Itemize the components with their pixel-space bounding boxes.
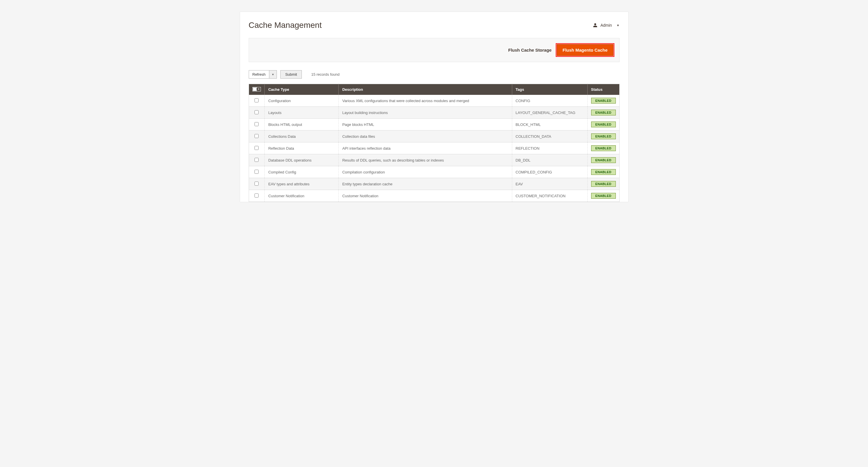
- cell-cache-type: Compiled Config: [265, 166, 339, 178]
- row-checkbox[interactable]: [254, 170, 258, 174]
- table-row[interactable]: LayoutsLayout building instructionsLAYOU…: [249, 107, 619, 119]
- cell-description: Compilation configuration: [339, 166, 512, 178]
- cell-tags: DB_DDL: [512, 154, 587, 166]
- cell-description: Collection data files: [339, 131, 512, 142]
- cache-table: ▼ Cache Type Description Tags Status Con…: [249, 84, 620, 202]
- cell-status: ENABLED: [587, 107, 619, 119]
- status-badge: ENABLED: [591, 133, 616, 139]
- cell-description: API interfaces reflection data: [339, 142, 512, 154]
- cell-tags: BLOCK_HTML: [512, 119, 587, 131]
- row-checkbox-cell[interactable]: [249, 178, 265, 190]
- cell-description: Customer Notification: [339, 190, 512, 202]
- cell-status: ENABLED: [587, 142, 619, 154]
- cell-status: ENABLED: [587, 95, 619, 107]
- status-badge: ENABLED: [591, 122, 616, 127]
- admin-user-menu[interactable]: Admin ▼: [593, 23, 620, 28]
- status-badge: ENABLED: [591, 157, 616, 163]
- status-badge: ENABLED: [591, 169, 616, 175]
- table-row[interactable]: EAV types and attributesEntity types dec…: [249, 178, 619, 190]
- flush-cache-storage-button[interactable]: Flush Cache Storage: [508, 47, 551, 53]
- cell-status: ENABLED: [587, 178, 619, 190]
- cell-description: Page blocks HTML: [339, 119, 512, 131]
- cell-cache-type: Collections Data: [265, 131, 339, 142]
- mass-action-value[interactable]: Refresh: [249, 70, 270, 78]
- cell-tags: EAV: [512, 178, 587, 190]
- row-checkbox[interactable]: [254, 146, 258, 150]
- user-icon: [593, 23, 597, 28]
- cell-tags: COMPILED_CONFIG: [512, 166, 587, 178]
- action-bar: Flush Cache Storage Flush Magento Cache: [249, 38, 620, 62]
- cell-description: Results of DDL queries, such as describi…: [339, 154, 512, 166]
- row-checkbox-cell[interactable]: [249, 131, 265, 142]
- cell-tags: COLLECTION_DATA: [512, 131, 587, 142]
- row-checkbox-cell[interactable]: [249, 107, 265, 119]
- records-count: 15 records found: [311, 72, 340, 76]
- row-checkbox[interactable]: [254, 122, 258, 126]
- status-badge: ENABLED: [591, 110, 616, 115]
- table-row[interactable]: Compiled ConfigCompilation configuration…: [249, 166, 619, 178]
- cell-cache-type: Reflection Data: [265, 142, 339, 154]
- table-row[interactable]: Blocks HTML outputPage blocks HTMLBLOCK_…: [249, 119, 619, 131]
- cell-description: Layout building instructions: [339, 107, 512, 119]
- row-checkbox-cell[interactable]: [249, 190, 265, 202]
- controls-row: Refresh ▼ Submit 15 records found: [249, 70, 620, 78]
- cell-tags: CUSTOMER_NOTIFICATION: [512, 190, 587, 202]
- cell-description: Various XML configurations that were col…: [339, 95, 512, 107]
- row-checkbox[interactable]: [254, 134, 258, 138]
- table-row[interactable]: ConfigurationVarious XML configurations …: [249, 95, 619, 107]
- row-checkbox[interactable]: [254, 110, 258, 114]
- status-badge: ENABLED: [591, 193, 616, 199]
- cell-cache-type: EAV types and attributes: [265, 178, 339, 190]
- admin-user-label: Admin: [600, 23, 612, 28]
- cell-status: ENABLED: [587, 166, 619, 178]
- caret-down-icon: ▼: [617, 24, 620, 27]
- flush-magento-cache-button[interactable]: Flush Magento Cache: [557, 44, 613, 56]
- col-header-tags[interactable]: Tags: [512, 84, 587, 95]
- row-checkbox[interactable]: [254, 158, 258, 162]
- row-checkbox-cell[interactable]: [249, 119, 265, 131]
- table-row[interactable]: Reflection DataAPI interfaces reflection…: [249, 142, 619, 154]
- cell-cache-type: Layouts: [265, 107, 339, 119]
- cell-description: Entity types declaration cache: [339, 178, 512, 190]
- mass-action-toggle[interactable]: ▼: [269, 70, 277, 78]
- col-header-cache-type[interactable]: Cache Type: [265, 84, 339, 95]
- row-checkbox-cell[interactable]: [249, 142, 265, 154]
- cell-status: ENABLED: [587, 131, 619, 142]
- row-checkbox[interactable]: [254, 194, 258, 198]
- caret-down-icon: ▼: [272, 73, 274, 76]
- status-badge: ENABLED: [591, 98, 616, 104]
- select-all-header[interactable]: ▼: [249, 84, 265, 95]
- cell-status: ENABLED: [587, 119, 619, 131]
- cell-status: ENABLED: [587, 154, 619, 166]
- select-all-checkbox[interactable]: [253, 87, 256, 91]
- cell-cache-type: Database DDL operations: [265, 154, 339, 166]
- page-title: Cache Management: [249, 21, 322, 30]
- cell-cache-type: Blocks HTML output: [265, 119, 339, 131]
- submit-button[interactable]: Submit: [280, 70, 302, 78]
- mass-action-select[interactable]: Refresh ▼: [249, 70, 277, 78]
- table-row[interactable]: Collections DataCollection data filesCOL…: [249, 131, 619, 142]
- status-badge: ENABLED: [591, 181, 616, 187]
- col-header-status[interactable]: Status: [587, 84, 619, 95]
- header-row: Cache Management Admin ▼: [249, 21, 620, 30]
- table-header-row: ▼ Cache Type Description Tags Status: [249, 84, 619, 95]
- main-panel: Cache Management Admin ▼ Flush Cache Sto…: [240, 11, 628, 202]
- cell-tags: LAYOUT_GENERAL_CACHE_TAG: [512, 107, 587, 119]
- row-checkbox[interactable]: [254, 98, 258, 102]
- table-row[interactable]: Customer NotificationCustomer Notificati…: [249, 190, 619, 202]
- table-row[interactable]: Database DDL operationsResults of DDL qu…: [249, 154, 619, 166]
- cell-cache-type: Customer Notification: [265, 190, 339, 202]
- col-header-description[interactable]: Description: [339, 84, 512, 95]
- cell-cache-type: Configuration: [265, 95, 339, 107]
- cell-status: ENABLED: [587, 190, 619, 202]
- row-checkbox-cell[interactable]: [249, 95, 265, 107]
- cell-tags: REFLECTION: [512, 142, 587, 154]
- row-checkbox-cell[interactable]: [249, 154, 265, 166]
- row-checkbox[interactable]: [254, 181, 258, 186]
- status-badge: ENABLED: [591, 145, 616, 151]
- caret-down-icon[interactable]: ▼: [257, 87, 261, 91]
- cell-tags: CONFIG: [512, 95, 587, 107]
- row-checkbox-cell[interactable]: [249, 166, 265, 178]
